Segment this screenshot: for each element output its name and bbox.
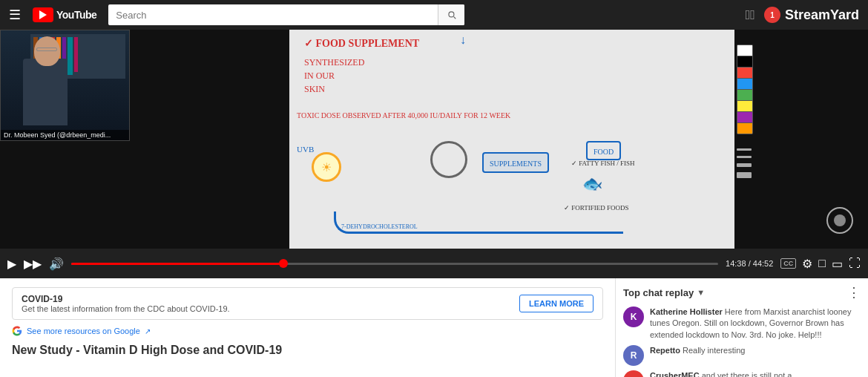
chat-header: Top chat replay ▼ ⋮ bbox=[623, 284, 861, 301]
wb-food-label: FOOD bbox=[594, 148, 614, 156]
time-display: 14:38 / 44:52 bbox=[726, 259, 773, 268]
speaker-label: Dr. Mobeen Syed (@drbeen_medi... bbox=[1, 130, 129, 140]
wb-fortified-foods: ✓ FORTIFIED FOODS bbox=[564, 204, 628, 212]
chat-name-1: Katherine Hollister bbox=[650, 307, 725, 316]
google-resources-link[interactable]: See more resources on Google ↗ bbox=[12, 326, 603, 336]
wb-line1: SYNTHESIZED bbox=[304, 56, 364, 69]
fullscreen-button[interactable]: ⛶ bbox=[849, 257, 861, 270]
covid-banner-left: COVID-19 Get the latest information from… bbox=[22, 294, 230, 313]
settings-button[interactable]: ⚙ bbox=[802, 257, 812, 271]
chat-text-2: Really interesting bbox=[683, 346, 745, 355]
color-swatch-orange[interactable] bbox=[737, 123, 752, 134]
tools-panel bbox=[737, 148, 753, 178]
whiteboard-content: ✓ FOOD SUPPLEMENT SYNTHESIZED IN OUR SKI… bbox=[289, 30, 734, 249]
current-time: 14:38 bbox=[726, 259, 746, 268]
color-swatch-red[interactable] bbox=[737, 68, 752, 78]
search-bar bbox=[108, 4, 464, 25]
chat-name-3: CrusherMEC bbox=[650, 371, 702, 377]
hamburger-menu-button[interactable]: ☰ bbox=[9, 7, 21, 23]
upload-icon[interactable]: ▶⃞ bbox=[746, 7, 755, 23]
color-palette bbox=[737, 45, 753, 134]
tool-thick[interactable] bbox=[737, 163, 752, 167]
streamyard-notification-dot: 1 bbox=[764, 7, 780, 23]
chat-message-3: C CrusherMEC and yet there is still not … bbox=[623, 370, 861, 377]
progress-fill bbox=[71, 263, 283, 265]
chat-avatar-1: K bbox=[623, 306, 644, 327]
chat-title-area: Top chat replay ▼ bbox=[623, 287, 705, 298]
color-swatch-yellow[interactable] bbox=[737, 101, 752, 111]
chat-messages: K Katherine Hollister Here from Marxist … bbox=[623, 306, 861, 377]
color-swatch-green[interactable] bbox=[737, 90, 752, 100]
external-link-icon: ↗ bbox=[145, 327, 151, 335]
volume-button[interactable]: 🔊 bbox=[49, 257, 64, 271]
chat-body-3: CrusherMEC and yet there is still not a bbox=[650, 370, 792, 377]
chat-message-2: R Repetto Really interesting bbox=[623, 345, 861, 366]
chat-body-1: Katherine Hollister Here from Marxist an… bbox=[650, 306, 861, 341]
top-right-controls: ▶⃞ 1 StreamYard bbox=[746, 7, 859, 23]
wb-label-food-supplement: FOOD SUPPLEMENT bbox=[316, 38, 420, 49]
whiteboard: ✓ FOOD SUPPLEMENT SYNTHESIZED IN OUR SKI… bbox=[289, 30, 734, 249]
color-swatch-white[interactable] bbox=[737, 45, 752, 56]
wb-uvb-label: UVB bbox=[297, 145, 314, 154]
tool-thicker[interactable] bbox=[737, 172, 752, 178]
youtube-text: YouTube bbox=[56, 9, 96, 21]
covid-banner: COVID-19 Get the latest information from… bbox=[12, 287, 603, 320]
chat-dropdown-button[interactable]: ▼ bbox=[697, 288, 705, 297]
wb-toxic-dose: TOXIC DOSE OBSERVED AFTER 40,000 IU/DAIL… bbox=[297, 111, 510, 119]
top-bar: ☰ YouTube ▶⃞ 1 StreamYard bbox=[0, 0, 868, 30]
chat-name-2: Repetto bbox=[650, 346, 683, 355]
live-dot bbox=[834, 214, 846, 226]
chat-panel: Top chat replay ▼ ⋮ K Katherine Holliste… bbox=[616, 278, 868, 377]
video-area: Dr. Mobeen Syed (@drbeen_medi... ✓ FOOD … bbox=[0, 30, 868, 278]
miniplayer-button[interactable]: □ bbox=[818, 257, 826, 270]
chat-title: Top chat replay bbox=[623, 287, 694, 298]
chat-avatar-2: R bbox=[623, 345, 644, 366]
progress-area bbox=[71, 263, 718, 265]
live-button[interactable] bbox=[826, 207, 853, 234]
color-swatch-purple[interactable] bbox=[737, 112, 752, 122]
streamyard-label: StreamYard bbox=[785, 7, 859, 23]
play-button[interactable]: ▶ bbox=[7, 257, 16, 271]
chat-message-1: K Katherine Hollister Here from Marxist … bbox=[623, 306, 861, 341]
tool-line[interactable] bbox=[737, 148, 752, 151]
speaker-thumbnail: Dr. Mobeen Syed (@drbeen_medi... bbox=[0, 30, 130, 141]
color-swatch-blue[interactable] bbox=[737, 79, 752, 89]
chat-text-3: and yet there is still not a bbox=[702, 371, 792, 377]
search-input[interactable] bbox=[108, 7, 438, 24]
video-content: Dr. Mobeen Syed (@drbeen_medi... ✓ FOOD … bbox=[0, 30, 868, 249]
progress-track[interactable] bbox=[71, 263, 718, 265]
youtube-icon bbox=[33, 7, 53, 22]
streamyard-badge: 1 StreamYard bbox=[764, 7, 859, 23]
search-button[interactable] bbox=[438, 4, 464, 25]
controls-bar: ▶ ▶▶ 🔊 14:38 / 44:52 CC ⚙ □ ▭ ⛶ bbox=[0, 249, 868, 278]
learn-more-button[interactable]: LEARN MORE bbox=[519, 295, 594, 312]
chat-body-2: Repetto Really interesting bbox=[650, 345, 745, 356]
bottom-section: COVID-19 Get the latest information from… bbox=[0, 278, 868, 377]
google-resources-text: See more resources on Google bbox=[27, 327, 140, 335]
wb-supplements-label: SUPPLEMENTS bbox=[490, 160, 542, 168]
wb-dehydro-label: 7-DEHYDROCHOLESTEROL bbox=[341, 223, 418, 230]
covid-title: COVID-19 bbox=[22, 294, 230, 304]
covid-desc: Get the latest information from the CDC … bbox=[22, 304, 230, 313]
wb-line2: IN OUR bbox=[304, 69, 364, 82]
next-button[interactable]: ▶▶ bbox=[24, 257, 42, 271]
wb-line3: SKIN bbox=[304, 82, 364, 96]
tool-medium[interactable] bbox=[737, 156, 752, 158]
right-controls: CC ⚙ □ ▭ ⛶ bbox=[780, 257, 861, 271]
wb-fatty-fish: ✓ FATTY FISH / FISH bbox=[571, 160, 635, 167]
progress-dot bbox=[279, 259, 288, 268]
total-time: 44:52 bbox=[753, 259, 774, 268]
left-panel: COVID-19 Get the latest information from… bbox=[0, 278, 616, 377]
youtube-logo: YouTube bbox=[33, 7, 96, 22]
chat-avatar-3: C bbox=[623, 370, 644, 377]
video-title: New Study - Vitamin D High Dose and COVI… bbox=[12, 344, 603, 357]
color-swatch-black[interactable] bbox=[737, 56, 752, 67]
captions-button[interactable]: CC bbox=[780, 258, 796, 269]
chat-more-button[interactable]: ⋮ bbox=[847, 284, 861, 301]
theater-button[interactable]: ▭ bbox=[832, 257, 843, 271]
